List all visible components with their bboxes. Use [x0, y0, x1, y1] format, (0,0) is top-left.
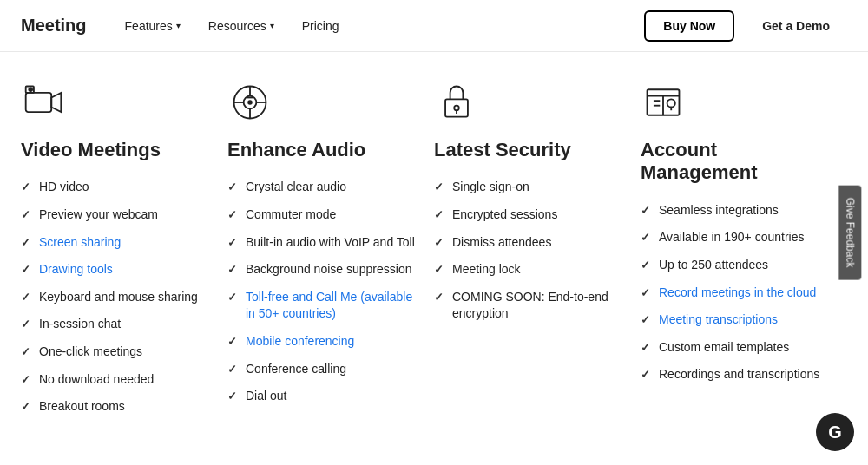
g-icon: G — [828, 422, 842, 442]
nav-actions: Buy Now Get a Demo — [644, 10, 847, 42]
feature-label[interactable]: Meeting transcriptions — [659, 311, 778, 329]
list-item: ✓Available in 190+ countries — [641, 229, 833, 246]
checkmark-icon: ✓ — [434, 262, 444, 278]
feature-label: Preview your webcam — [39, 206, 158, 224]
list-item[interactable]: ✓Record meetings in the cloud — [641, 285, 833, 302]
feature-label[interactable]: Record meetings in the cloud — [659, 285, 816, 302]
list-item: ✓Commuter mode — [227, 206, 420, 224]
checkmark-icon: ✓ — [21, 290, 30, 305]
list-item: ✓Keyboard and mouse sharing — [21, 289, 214, 306]
nav-link-resources[interactable]: Resources▾ — [198, 12, 285, 40]
column-audio: Enhance Audio✓Crystal clear audio✓Commut… — [227, 80, 434, 426]
feature-label: Dismiss attendees — [452, 234, 551, 252]
audio-icon — [227, 80, 273, 125]
list-item: ✓Seamless integrations — [641, 202, 833, 219]
svg-rect-0 — [26, 93, 52, 112]
list-item: ✓Single sign-on — [434, 179, 627, 196]
checkmark-icon: ✓ — [641, 203, 650, 219]
list-item[interactable]: ✓Mobile conferencing — [227, 333, 420, 350]
feature-label[interactable]: Screen sharing — [39, 234, 121, 252]
checkmark-icon: ✓ — [21, 207, 30, 223]
checkmark-icon: ✓ — [641, 230, 650, 246]
list-item: ✓Recordings and transcriptions — [641, 366, 833, 383]
checkmark-icon: ✓ — [227, 334, 237, 350]
checkmark-icon: ✓ — [641, 285, 650, 301]
list-item: ✓Background noise suppression — [227, 261, 420, 278]
chevron-down-icon: ▾ — [176, 21, 181, 30]
feature-label: Built-in audio with VoIP and Toll — [246, 234, 415, 252]
list-item[interactable]: ✓Meeting transcriptions — [641, 311, 833, 329]
checkmark-icon: ✓ — [434, 290, 444, 305]
list-item[interactable]: ✓Screen sharing — [21, 234, 214, 252]
list-item: ✓Preview your webcam — [21, 206, 214, 224]
get-demo-button[interactable]: Get a Demo — [745, 12, 847, 40]
checkmark-icon: ✓ — [21, 399, 30, 415]
feature-label[interactable]: Drawing tools — [39, 261, 113, 278]
list-item[interactable]: ✓Drawing tools — [21, 261, 214, 278]
checkmark-icon: ✓ — [227, 290, 237, 305]
checkmark-icon: ✓ — [227, 235, 237, 251]
svg-point-10 — [247, 100, 253, 105]
feature-label: In-session chat — [39, 316, 121, 333]
nav-logo[interactable]: Meeting — [21, 16, 87, 36]
nav-link-features[interactable]: Features▾ — [115, 12, 191, 40]
feature-label: Recordings and transcriptions — [659, 366, 819, 383]
checkmark-icon: ✓ — [21, 317, 30, 332]
feature-label[interactable]: Toll-free and Call Me (available in 50+ … — [246, 289, 420, 323]
security-icon — [434, 80, 479, 125]
feature-label: COMING SOON: End-to-end encryption — [452, 289, 627, 323]
list-item: ✓Breakout rooms — [21, 398, 214, 416]
g-badge[interactable]: G — [816, 413, 854, 451]
checkmark-icon: ✓ — [21, 235, 30, 251]
list-item: ✓No download needed — [21, 371, 214, 389]
list-item: ✓Dial out — [227, 388, 420, 405]
navbar: Meeting Features▾Resources▾Pricing Buy N… — [0, 0, 868, 52]
checkmark-icon: ✓ — [227, 362, 237, 377]
svg-point-20 — [667, 99, 675, 107]
checkmark-icon: ✓ — [21, 262, 30, 278]
list-item: ✓Meeting lock — [434, 261, 627, 278]
nav-link-pricing[interactable]: Pricing — [292, 12, 350, 40]
feedback-tab[interactable]: Give Feedback — [839, 186, 862, 280]
feature-label: Conference calling — [246, 361, 346, 378]
checkmark-icon: ✓ — [641, 258, 650, 273]
feature-list-account: ✓Seamless integrations✓Available in 190+… — [641, 202, 833, 383]
feature-label: Dial out — [246, 388, 286, 405]
svg-point-2 — [28, 87, 33, 92]
svg-marker-1 — [51, 93, 61, 112]
nav-links: Features▾Resources▾Pricing — [115, 12, 645, 40]
feature-label: Single sign-on — [452, 179, 529, 196]
list-item: ✓HD video — [21, 179, 214, 196]
column-security: Latest Security✓Single sign-on✓Encrypted… — [434, 80, 641, 426]
checkmark-icon: ✓ — [434, 207, 444, 223]
checkmark-icon: ✓ — [227, 180, 237, 195]
checkmark-icon: ✓ — [434, 180, 444, 195]
feature-label: Background noise suppression — [246, 261, 411, 278]
list-item: ✓Custom email templates — [641, 339, 833, 357]
feature-label: HD video — [39, 179, 89, 196]
column-video: Video Meetings✓HD video✓Preview your web… — [21, 80, 227, 426]
list-item[interactable]: ✓Toll-free and Call Me (available in 50+… — [227, 289, 420, 323]
checkmark-icon: ✓ — [227, 262, 237, 278]
feature-label[interactable]: Mobile conferencing — [246, 333, 354, 350]
column-account: Account Management✓Seamless integrations… — [641, 80, 847, 426]
column-heading-video: Video Meetings — [21, 139, 214, 161]
list-item: ✓One-click meetings — [21, 344, 214, 361]
account-icon — [641, 80, 686, 125]
feature-label: Encrypted sessions — [452, 206, 557, 224]
list-item: ✓Up to 250 attendees — [641, 257, 833, 274]
feature-label: Custom email templates — [659, 339, 789, 357]
svg-rect-12 — [445, 99, 468, 116]
buy-now-button[interactable]: Buy Now — [644, 10, 734, 42]
checkmark-icon: ✓ — [641, 312, 650, 328]
checkmark-icon: ✓ — [21, 344, 30, 360]
feature-label: Crystal clear audio — [246, 179, 346, 196]
list-item: ✓COMING SOON: End-to-end encryption — [434, 289, 627, 323]
feature-label: Available in 190+ countries — [659, 229, 804, 246]
feature-list-security: ✓Single sign-on✓Encrypted sessions✓Dismi… — [434, 179, 627, 323]
list-item: ✓Built-in audio with VoIP and Toll — [227, 234, 420, 252]
checkmark-icon: ✓ — [227, 389, 237, 404]
feature-list-video: ✓HD video✓Preview your webcam✓Screen sha… — [21, 179, 214, 415]
feature-label: No download needed — [39, 371, 154, 389]
feature-list-audio: ✓Crystal clear audio✓Commuter mode✓Built… — [227, 179, 420, 404]
